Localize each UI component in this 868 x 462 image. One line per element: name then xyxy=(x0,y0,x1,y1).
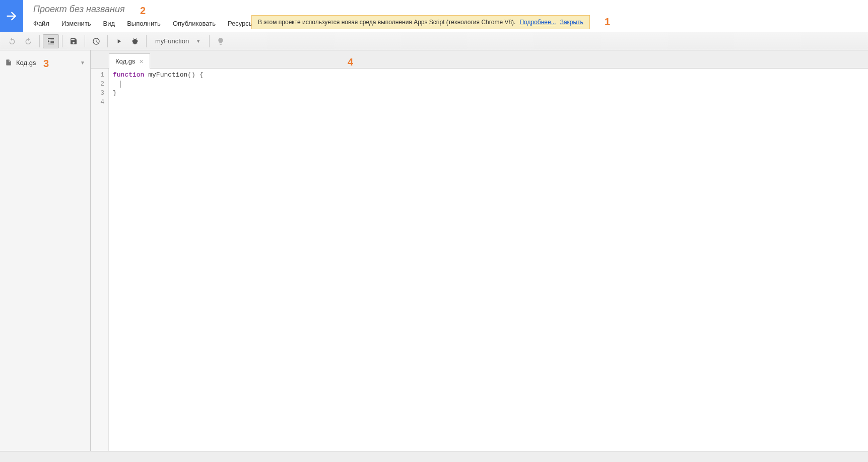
toolbar: myFunction ▼ xyxy=(0,32,868,50)
code-line xyxy=(113,80,864,89)
triggers-button[interactable] xyxy=(88,34,104,48)
selected-function-label: myFunction xyxy=(155,37,189,45)
file-name-label: Код.gs xyxy=(16,59,76,67)
bug-icon xyxy=(131,37,139,45)
save-button[interactable] xyxy=(65,34,82,48)
v8-notification: В этом проекте используется новая среда … xyxy=(251,15,590,29)
close-icon[interactable]: × xyxy=(139,58,143,65)
line-number: 2 xyxy=(91,80,104,89)
redo-icon xyxy=(24,37,32,45)
project-title[interactable]: Проект без названия xyxy=(33,4,868,15)
chevron-down-icon: ▼ xyxy=(196,39,201,44)
app-logo[interactable] xyxy=(0,0,23,32)
code-line: } xyxy=(113,89,864,98)
indent-button[interactable] xyxy=(43,34,59,48)
notification-text: В этом проекте используется новая среда … xyxy=(258,19,515,26)
project-title-text: Проект без названия xyxy=(33,4,125,15)
line-number: 3 xyxy=(91,89,104,98)
clock-icon xyxy=(92,37,100,45)
play-icon xyxy=(115,38,122,45)
function-selector[interactable]: myFunction ▼ xyxy=(150,35,206,48)
line-number: 1 xyxy=(91,71,104,80)
notification-close-link[interactable]: Закрыть xyxy=(560,19,583,26)
menu-view[interactable]: Вид xyxy=(97,18,121,29)
save-icon xyxy=(70,37,78,45)
status-bar xyxy=(0,451,868,462)
code-body[interactable]: function myFunction() { } xyxy=(109,69,868,451)
editor-zone: Код.gs × 1 2 3 4 function myFunction() {… xyxy=(91,50,868,451)
tab-label: Код.gs xyxy=(115,57,135,65)
menu-edit[interactable]: Изменить xyxy=(55,18,97,29)
editor-tab[interactable]: Код.gs × xyxy=(109,53,150,69)
tab-strip: Код.gs × xyxy=(91,50,868,69)
line-number: 4 xyxy=(91,98,104,107)
line-gutter: 1 2 3 4 xyxy=(91,69,109,451)
file-sidebar: Код.gs ▼ xyxy=(0,50,91,451)
code-line: function myFunction() { xyxy=(113,71,864,80)
arrow-right-icon xyxy=(5,9,19,23)
undo-icon xyxy=(8,37,16,45)
indent-icon xyxy=(47,37,55,45)
lightbulb-icon xyxy=(217,37,225,45)
help-bulb-button[interactable] xyxy=(213,34,229,48)
run-button[interactable] xyxy=(111,34,127,48)
code-line xyxy=(113,98,864,107)
menu-file[interactable]: Файл xyxy=(33,18,55,29)
undo-button[interactable] xyxy=(4,34,20,48)
debug-button[interactable] xyxy=(127,34,143,48)
menu-publish[interactable]: Опубликовать xyxy=(167,18,222,29)
file-icon xyxy=(5,58,12,67)
code-editor[interactable]: 1 2 3 4 function myFunction() { } xyxy=(91,69,868,451)
file-item[interactable]: Код.gs ▼ xyxy=(0,55,90,70)
main-area: Код.gs ▼ Код.gs × 1 2 3 4 function myFun… xyxy=(0,50,868,451)
menu-run[interactable]: Выполнить xyxy=(121,18,167,29)
redo-button[interactable] xyxy=(20,34,36,48)
chevron-down-icon[interactable]: ▼ xyxy=(80,60,85,65)
notification-more-link[interactable]: Подробнее... xyxy=(519,19,556,26)
